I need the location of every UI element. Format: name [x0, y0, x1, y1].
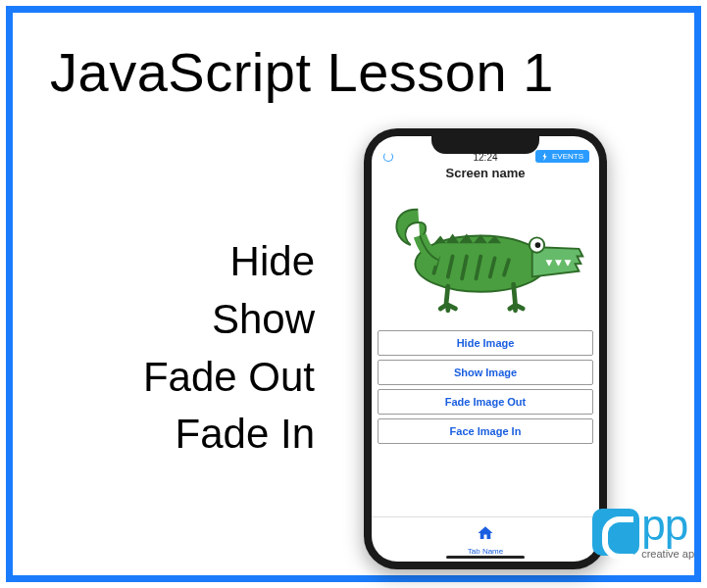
- hide-image-button[interactable]: Hide Image: [378, 330, 593, 356]
- phone-screen: 12:24 EVENTS Screen name: [372, 136, 599, 562]
- action-list: Hide Show Fade Out Fade In: [50, 233, 315, 464]
- action-hide: Hide: [50, 233, 315, 291]
- brand-tagline: creative ap: [641, 549, 694, 560]
- home-icon[interactable]: [477, 524, 494, 546]
- brand-mark-icon: [592, 509, 639, 556]
- tab-label: Tab Name: [468, 547, 503, 556]
- crocodile-image: [379, 187, 591, 324]
- phone-notch: [431, 136, 539, 154]
- fade-in-button[interactable]: Face Image In: [378, 418, 593, 444]
- show-image-button[interactable]: Show Image: [378, 360, 593, 385]
- brand-text: pp creative ap: [641, 504, 694, 560]
- fade-out-button[interactable]: Fade Image Out: [378, 389, 593, 415]
- home-indicator: [446, 556, 525, 559]
- brand-letters: pp: [641, 504, 694, 547]
- button-stack: Hide Image Show Image Fade Image Out Fac…: [378, 330, 593, 448]
- action-fadein: Fade In: [50, 406, 315, 464]
- screen-title: Screen name: [372, 166, 599, 180]
- brand-logo: pp creative ap: [592, 504, 694, 560]
- action-fadeout: Fade Out: [50, 349, 315, 407]
- phone-mockup: 12:24 EVENTS Screen name: [364, 128, 607, 569]
- tab-bar: Tab Name: [372, 516, 599, 562]
- action-show: Show: [50, 291, 315, 349]
- slide-frame: JavaScript Lesson 1 Hide Show Fade Out F…: [6, 6, 701, 582]
- svg-point-2: [535, 242, 541, 248]
- lesson-title: JavaScript Lesson 1: [50, 40, 554, 104]
